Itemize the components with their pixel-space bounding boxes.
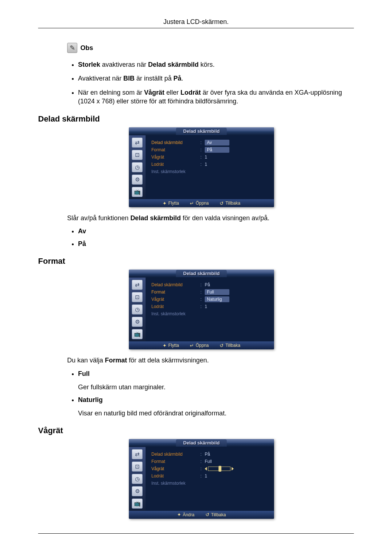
enter-icon: ↵: [190, 343, 194, 348]
osd-colon: :: [200, 162, 205, 167]
osd-icon-column: ⇄ ⊡ ◷ ⚙ 📺: [129, 135, 146, 199]
arrow-left-icon: [205, 467, 207, 471]
osd-footer-back: ↺Tillbaka: [220, 201, 240, 206]
option-list-delad: Av På: [78, 227, 354, 248]
osd-titlebar: Delad skärmbild: [129, 127, 274, 135]
osd-content: Delad skärmbild : På Format : Full Vågrä…: [146, 278, 274, 341]
option-item: Naturlig Visar en naturlig bild med oför…: [78, 396, 354, 417]
osd-title: Delad skärmbild: [176, 439, 227, 447]
osd-footer: ✦Flytta ↵Öppna ↺Tillbaka: [129, 341, 274, 349]
osd-value: 1: [205, 304, 207, 309]
osd-colon: :: [200, 466, 205, 471]
bold-text: Vågrät: [144, 89, 164, 96]
bold-text: På: [173, 75, 181, 82]
note-item: Avaktiverat när BIB är inställt på På.: [78, 74, 354, 83]
osd-label: Vågrät: [151, 297, 200, 302]
bold-text: BIB: [123, 75, 135, 82]
osd-row: Format : Full: [151, 458, 270, 465]
osd-value: 1: [205, 473, 207, 479]
osd-label: Delad skärmbild: [151, 452, 200, 457]
osd-value: 1: [205, 155, 207, 160]
osd-icon: 📺: [132, 187, 143, 197]
osd-icon: ◷: [132, 474, 143, 484]
osd-icon: ⚙: [132, 486, 143, 496]
osd-panel: Delad skärmbild ⇄ ⊡ ◷ ⚙ 📺 Delad skärmbil…: [129, 127, 274, 207]
osd-label: Delad skärmbild: [151, 140, 200, 145]
osd-title: Delad skärmbild: [176, 270, 227, 277]
return-icon: ↺: [205, 512, 209, 517]
osd-label: Lodrät: [151, 304, 200, 309]
osd-value: Full: [205, 459, 212, 464]
option-item: Av: [78, 227, 354, 235]
move-icon: ✦: [163, 343, 167, 348]
osd-label: Format: [151, 459, 200, 464]
osd-label: Inst. skärmstorlek: [151, 311, 200, 316]
osd-colon: :: [200, 452, 205, 457]
osd-footer-move: ✦Flytta: [163, 343, 179, 348]
osd-label: Format: [151, 290, 200, 295]
osd-footer-back: ↺Tillbaka: [220, 343, 240, 348]
osd-icon-column: ⇄ ⊡ ◷ ⚙ 📺: [129, 447, 146, 511]
osd-row: Inst. skärmstorlek: [151, 310, 270, 317]
page: Justera LCD-skärmen. ✎ Obs Storlek avakt…: [0, 0, 392, 554]
option-list-format: Full Ger fullskärm utan marginaler. Natu…: [78, 370, 354, 417]
osd-row: Lodrät : 1: [151, 161, 270, 168]
osd-colon: :: [200, 147, 205, 152]
osd-icon: ⇄: [132, 138, 143, 148]
osd-row: Lodrät : 1: [151, 303, 270, 310]
osd-row: Inst. skärmstorlek: [151, 480, 270, 487]
osd-icon: ⇄: [132, 280, 143, 290]
osd-panel: Delad skärmbild ⇄ ⊡ ◷ ⚙ 📺 Delad skärmbil…: [129, 270, 274, 349]
osd-colon: :: [200, 290, 205, 295]
osd-footer-change: ✦Ändra: [177, 512, 195, 517]
osd-row: Lodrät : 1: [151, 472, 270, 480]
footer-rule: [38, 533, 354, 534]
note-icon: ✎: [67, 43, 77, 53]
osd-footer: ✦Flytta ↵Öppna ↺Tillbaka: [129, 199, 274, 207]
osd-icon: ◷: [132, 304, 143, 315]
osd-label: Vågrät: [151, 466, 200, 471]
bold-text: Lodrät: [180, 89, 201, 96]
osd-row: Delad skärmbild : På: [151, 281, 270, 288]
note-label: Obs: [80, 44, 93, 52]
return-icon: ↺: [220, 201, 224, 206]
osd-icon: ⚙: [132, 175, 143, 185]
option-name: Full: [78, 370, 90, 377]
osd-icon: ⊡: [132, 292, 143, 302]
osd-content: Delad skärmbild : Av Format : På Vågrät …: [146, 135, 274, 199]
osd-label: Lodrät: [151, 473, 200, 479]
osd-colon: :: [200, 282, 205, 287]
note-item: När en delning som är Vågrät eller Lodrä…: [78, 88, 354, 106]
osd-body: ⇄ ⊡ ◷ ⚙ 📺 Delad skärmbild : Av Format :: [129, 135, 274, 199]
section-desc-delad: Slår av/på funktionen Delad skärmbild fö…: [67, 214, 354, 222]
osd-icon: ⇄: [132, 449, 143, 459]
option-name: Naturlig: [78, 396, 103, 403]
option-desc: Ger fullskärm utan marginaler.: [78, 383, 354, 391]
osd-footer-move: ✦Flytta: [163, 201, 179, 206]
osd-icon: ◷: [132, 162, 143, 172]
osd-screenshot-3: Delad skärmbild ⇄ ⊡ ◷ ⚙ 📺 Delad skärmbil…: [129, 439, 354, 519]
osd-colon: :: [200, 473, 205, 479]
osd-row: Vågrät : 1: [151, 153, 270, 161]
osd-row: Inst. skärmstorlek: [151, 168, 270, 175]
osd-value-chip: Full: [205, 289, 229, 295]
osd-body: ⇄ ⊡ ◷ ⚙ 📺 Delad skärmbild : På Format :: [129, 447, 274, 511]
osd-slider: [205, 467, 234, 471]
osd-panel: Delad skärmbild ⇄ ⊡ ◷ ⚙ 📺 Delad skärmbil…: [129, 439, 274, 519]
move-icon: ✦: [177, 512, 181, 517]
page-title: Justera LCD-skärmen.: [38, 18, 354, 26]
osd-value-chip: Av: [205, 140, 229, 145]
osd-label: Lodrät: [151, 162, 200, 167]
osd-titlebar: Delad skärmbild: [129, 270, 274, 278]
osd-row: Delad skärmbild : Av: [151, 139, 270, 146]
osd-value: 1: [205, 162, 207, 167]
bold-text: Delad skärmbild: [130, 214, 181, 222]
slider-track: [208, 467, 230, 471]
osd-row: Format : På: [151, 146, 270, 153]
osd-colon: :: [200, 155, 205, 160]
header-rule: [38, 28, 354, 28]
osd-colon: :: [200, 140, 205, 145]
bold-text: Format: [105, 357, 127, 364]
osd-icon: 📺: [132, 329, 143, 339]
osd-row: Delad skärmbild : På: [151, 451, 270, 458]
